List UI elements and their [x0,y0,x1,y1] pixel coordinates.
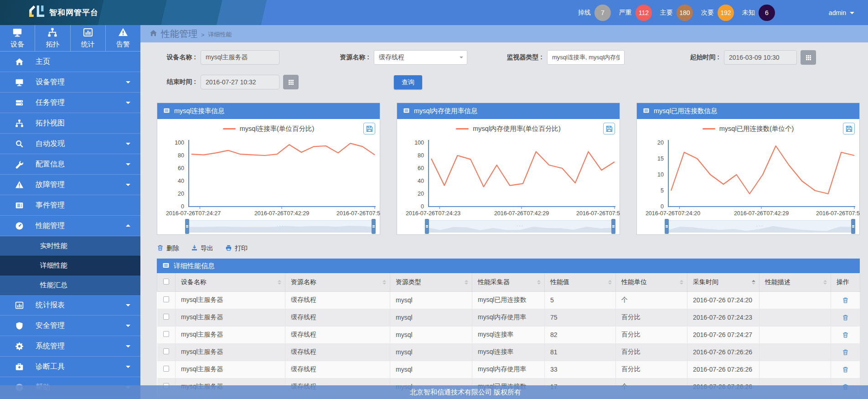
save-image-button[interactable] [843,123,855,135]
alarm-badge-次要[interactable]: 次要192 [701,5,734,21]
sidebar: 设备拓扑统计告警 主页设备管理任务管理拓扑视图自动发现配置信息故障管理事件管理性… [0,25,140,399]
legend-label: mysql已用连接数(单位个) [719,124,794,133]
column-header-设备名称[interactable]: 设备名称 [176,273,285,291]
column-label: 操作 [837,278,849,285]
alarm-badge-严重[interactable]: 严重112 [619,5,652,21]
save-image-button[interactable] [603,123,615,135]
table-title-bar: 详细性能信息 [157,259,860,273]
table-cell: 5 [545,291,616,309]
svg-text:100: 100 [414,140,424,146]
datazoom-left-handle[interactable] [665,219,669,234]
toolbar-download-button[interactable]: 导出 [191,244,213,253]
row-delete-button[interactable] [837,332,854,338]
query-button[interactable]: 查询 [394,75,422,89]
column-header-资源类型[interactable]: 资源类型 [390,273,472,291]
quick-tab-拓扑[interactable]: 拓扑 [35,25,70,51]
column-header-性能单位[interactable]: 性能单位 [616,273,687,291]
device-name-input[interactable] [201,50,279,65]
quick-tab-设备[interactable]: 设备 [0,25,35,51]
row-delete-button[interactable] [837,366,854,373]
end-time-calendar-button[interactable] [283,75,299,89]
alarm-badge-未知[interactable]: 未知6 [742,5,775,21]
resource-name-select[interactable]: 缓存线程 [374,50,467,65]
sort-icon [752,280,755,285]
quick-tab-统计[interactable]: 统计 [71,25,106,51]
alarm-badge-掉线[interactable]: 掉线7 [578,5,611,21]
datazoom-slider[interactable]: ··· [426,220,614,233]
table-icon [163,107,170,115]
end-time-input[interactable] [201,75,279,89]
row-checkbox[interactable] [163,331,169,337]
alarm-badge-主要[interactable]: 主要180 [660,5,693,21]
table-cell [760,326,831,343]
row-checkbox[interactable] [163,296,169,302]
datazoom-right-handle[interactable] [372,219,376,234]
row-checkbox[interactable] [163,314,169,320]
sidebar-item-事件管理[interactable]: 事件管理 [0,195,140,216]
table-cell: mysql内存使用率 [472,361,545,378]
sidebar-item-自动发现[interactable]: 自动发现 [0,134,140,154]
row-checkbox[interactable] [163,366,169,372]
topbar: 智和网管平台 掉线7严重112主要180次要192未知6 admin [0,0,868,25]
toolbar-trash-button[interactable]: 删除 [157,244,179,253]
column-label: 性能值 [550,278,569,285]
sidebar-item-任务管理[interactable]: 任务管理 [0,93,140,113]
datazoom-right-handle[interactable] [851,219,855,234]
datazoom-left-handle[interactable] [425,219,429,234]
resource-name-value: 缓存线程 [379,53,404,62]
table-cell: 81 [545,343,616,361]
breadcrumb: 性能管理 > 详细性能 [140,25,868,42]
column-header-采集时间[interactable]: 采集时间 [687,273,760,291]
sidebar-item-实时性能[interactable]: 实时性能 [0,236,140,256]
start-time-calendar-button[interactable] [801,50,816,65]
row-delete-button[interactable] [837,314,854,321]
datazoom-slider[interactable]: ··· [186,220,374,233]
user-menu[interactable]: admin [829,9,854,16]
table-cell: 百分比 [616,361,687,378]
sidebar-item-详细性能[interactable]: 详细性能 [0,256,140,275]
datazoom-right-handle[interactable] [611,219,615,234]
column-header-性能值[interactable]: 性能值 [545,273,616,291]
sidebar-item-主页[interactable]: 主页 [0,52,140,72]
quick-tab-告警[interactable]: 告警 [106,25,140,51]
chart-legend[interactable]: mysql连接率(单位百分比) [157,124,380,133]
badge-label: 未知 [742,9,755,17]
home-icon [150,29,157,39]
start-time-input[interactable] [724,50,797,65]
sidebar-item-性能管理[interactable]: 性能管理 [0,216,140,236]
datazoom-left-handle[interactable] [185,219,189,234]
toolbar-printer-button[interactable]: 打印 [225,244,248,253]
save-image-button[interactable] [363,123,375,135]
monitor-type-input[interactable] [547,50,625,65]
table-cell: 2016-07-26 07:26:26 [687,343,760,361]
table-cell: 2016-07-26 07:24:23 [687,309,760,326]
sidebar-item-故障管理[interactable]: 故障管理 [0,175,140,195]
row-checkbox[interactable] [163,348,169,354]
sidebar-item-性能汇总[interactable]: 性能汇总 [0,275,140,295]
datazoom-slider[interactable]: ··· [666,220,854,233]
column-label: 采集时间 [693,278,718,285]
svg-text:20: 20 [418,191,424,197]
column-header-性能描述[interactable]: 性能描述 [760,273,831,291]
row-delete-button[interactable] [837,297,854,304]
chart-legend[interactable]: mysql内存使用率(单位百分比) [397,124,620,133]
sidebar-item-设备管理[interactable]: 设备管理 [0,72,140,93]
table-cell: mysql已用连接数 [472,291,545,309]
table-cell: mysql连接率 [472,343,545,361]
sidebar-item-拓扑视图[interactable]: 拓扑视图 [0,113,140,134]
chart-legend[interactable]: mysql已用连接数(单位个) [637,124,859,133]
sidebar-item-label: 设备管理 [36,78,65,87]
quick-tab-label: 统计 [81,40,95,49]
sidebar-item-统计报表[interactable]: 统计报表 [0,295,140,316]
select-all-checkbox[interactable] [163,279,169,285]
sidebar-item-诊断工具[interactable]: 诊断工具 [0,357,140,377]
column-header-资源名称[interactable]: 资源名称 [285,273,390,291]
sort-icon [680,280,683,285]
chevron-down-icon [126,143,130,147]
sidebar-item-安全管理[interactable]: 安全管理 [0,316,140,336]
column-header-性能采集器[interactable]: 性能采集器 [472,273,545,291]
sidebar-item-配置信息[interactable]: 配置信息 [0,154,140,175]
sidebar-item-系统管理[interactable]: 系统管理 [0,336,140,357]
chart-header: mysql连接率信息 [157,103,380,119]
row-delete-button[interactable] [837,349,854,356]
